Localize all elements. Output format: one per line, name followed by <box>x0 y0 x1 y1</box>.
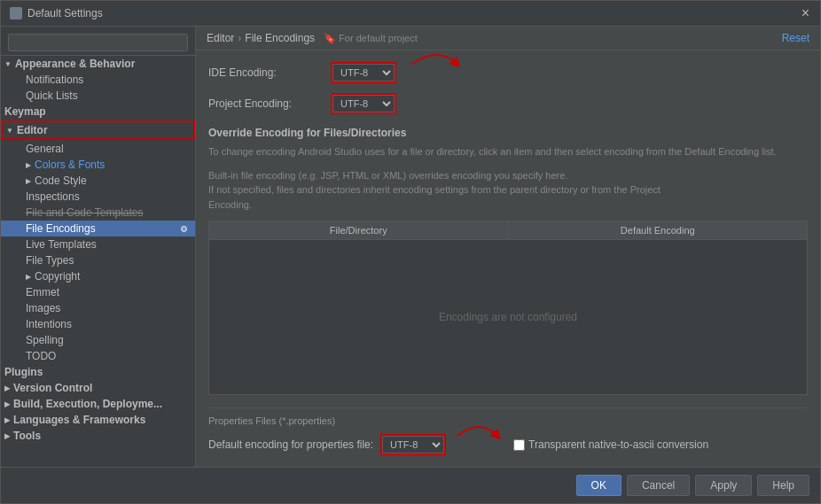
dialog-window: Default Settings × ▼ Appearance & Behavi… <box>0 0 821 504</box>
sidebar-item-code-style[interactable]: ▶ Code Style <box>1 173 195 189</box>
expand-icon: ▶ <box>4 416 10 424</box>
help-button[interactable]: Help <box>757 475 809 496</box>
close-button[interactable]: × <box>800 6 811 20</box>
properties-section: Properties Files (*.properties) Default … <box>208 407 808 458</box>
search-bar <box>1 30 195 56</box>
panel-body: IDE Encoding: UTF-8 <box>196 50 820 467</box>
sidebar-item-notifications[interactable]: Notifications <box>1 72 195 88</box>
sidebar-item-quick-lists[interactable]: Quick Lists <box>1 88 195 104</box>
sidebar-item-spelling[interactable]: Spelling <box>1 332 195 348</box>
project-encoding-select-wrapper: UTF-8 <box>331 93 396 114</box>
sidebar-item-live-templates[interactable]: Live Templates <box>1 236 195 252</box>
sidebar-item-file-types[interactable]: File Types <box>1 252 195 268</box>
main-panel: Editor › File Encodings 🔖 For default pr… <box>196 27 820 467</box>
search-input[interactable] <box>8 34 188 51</box>
info-text-1: To change encoding Android Studio uses f… <box>208 144 808 159</box>
sidebar-items: ▼ Appearance & Behavior Notifications Qu… <box>1 56 195 444</box>
properties-section-label: Properties Files (*.properties) <box>208 415 808 426</box>
expand-icon: ▼ <box>6 127 13 135</box>
expand-icon: ▶ <box>4 384 10 392</box>
title-bar: Default Settings × <box>1 1 820 27</box>
sidebar-item-general[interactable]: General <box>1 141 195 157</box>
file-dir-table: File/Directory Default Encoding Encoding… <box>208 221 808 395</box>
sidebar-item-images[interactable]: Images <box>1 300 195 316</box>
project-encoding-select[interactable]: UTF-8 <box>332 95 395 112</box>
transparent-label: Transparent native-to-ascii conversion <box>528 438 708 451</box>
sidebar-item-version-control[interactable]: ▶ Version Control <box>1 380 195 396</box>
expand-icon: ▶ <box>26 161 31 169</box>
properties-row: Default encoding for properties file: UT… <box>208 431 808 458</box>
info-text-2: Built-in file encoding (e.g. JSP, HTML o… <box>208 168 808 213</box>
cancel-button[interactable]: Cancel <box>627 475 690 496</box>
reset-button[interactable]: Reset <box>782 32 809 44</box>
dialog-title: Default Settings <box>27 7 103 19</box>
ide-encoding-row: IDE Encoding: UTF-8 <box>208 59 808 86</box>
expand-icon: ▶ <box>26 273 31 281</box>
sidebar-item-languages-frameworks[interactable]: ▶ Languages & Frameworks <box>1 412 195 428</box>
sidebar-item-file-code-templates[interactable]: File and Code Templates <box>1 205 195 221</box>
sidebar-item-inspections[interactable]: Inspections <box>1 189 195 205</box>
empty-table-message: Encodings are not configured <box>439 311 577 323</box>
transparent-checkbox[interactable] <box>513 439 525 451</box>
expand-icon: ▼ <box>4 60 12 68</box>
title-bar-left: Default Settings <box>10 7 103 19</box>
sidebar-item-plugins[interactable]: Plugins <box>1 364 195 380</box>
table-body: Encodings are not configured <box>209 240 807 394</box>
ok-button[interactable]: OK <box>576 475 622 496</box>
sidebar-item-intentions[interactable]: Intentions <box>1 316 195 332</box>
sidebar-item-colors-fonts[interactable]: ▶ Colors & Fonts <box>1 157 195 173</box>
arrow-annotation <box>403 59 474 86</box>
transparent-checkbox-wrapper: Transparent native-to-ascii conversion <box>513 438 708 451</box>
properties-arrow <box>453 431 506 458</box>
sidebar-item-file-encodings[interactable]: File Encodings ⚙ <box>1 221 195 236</box>
properties-encoding-wrapper: UTF-8 <box>380 434 446 455</box>
sidebar-item-build-execution[interactable]: ▶ Build, Execution, Deployme... <box>1 396 195 412</box>
apply-button[interactable]: Apply <box>695 475 752 496</box>
app-icon <box>10 7 22 19</box>
default-encoding-label: Default encoding for properties file: <box>208 438 373 451</box>
override-section-title: Override Encoding for Files/Directories <box>208 127 808 139</box>
sidebar-item-keymap[interactable]: Keymap <box>1 104 195 120</box>
sidebar-item-todo[interactable]: TODO <box>1 348 195 364</box>
breadcrumb-note: 🔖 For default project <box>324 33 418 44</box>
expand-icon: ▶ <box>4 400 10 408</box>
expand-icon: ▶ <box>26 177 31 185</box>
sidebar-item-editor[interactable]: ▼ Editor <box>3 122 193 138</box>
breadcrumb-file-encodings: File Encodings <box>245 32 315 44</box>
main-content: ▼ Appearance & Behavior Notifications Qu… <box>1 27 820 467</box>
panel-header: Editor › File Encodings 🔖 For default pr… <box>196 27 820 50</box>
breadcrumb: Editor › File Encodings 🔖 For default pr… <box>207 32 418 44</box>
table-header: File/Directory Default Encoding <box>209 221 807 240</box>
sidebar-item-appearance-behavior[interactable]: ▼ Appearance & Behavior <box>1 56 195 72</box>
sidebar-item-copyright[interactable]: ▶ Copyright <box>1 268 195 284</box>
bottom-bar: OK Cancel Apply Help <box>1 467 820 503</box>
sidebar: ▼ Appearance & Behavior Notifications Qu… <box>1 27 196 467</box>
ide-encoding-label: IDE Encoding: <box>208 66 324 79</box>
ide-encoding-select-wrapper: UTF-8 <box>331 62 396 83</box>
project-encoding-row: Project Encoding: UTF-8 <box>208 93 808 114</box>
sidebar-item-tools[interactable]: ▶ Tools <box>1 428 195 444</box>
table-col-default-encoding: Default Encoding <box>509 221 808 239</box>
sidebar-item-emmet[interactable]: Emmet <box>1 284 195 300</box>
ide-encoding-select[interactable]: UTF-8 <box>332 64 395 81</box>
breadcrumb-editor: Editor <box>207 32 234 44</box>
table-col-file-directory: File/Directory <box>209 221 509 239</box>
properties-encoding-select[interactable]: UTF-8 <box>382 436 444 454</box>
project-encoding-label: Project Encoding: <box>208 97 324 110</box>
expand-icon: ▶ <box>4 432 10 440</box>
